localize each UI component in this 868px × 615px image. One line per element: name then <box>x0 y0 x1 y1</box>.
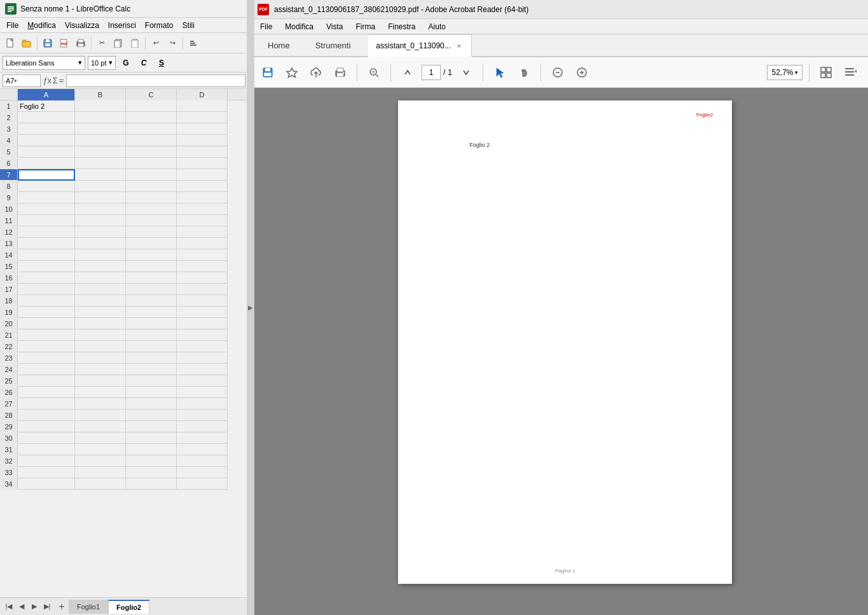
acrobat-cursor-tool[interactable] <box>490 62 510 83</box>
cell-c5[interactable] <box>126 146 177 158</box>
toolbar-cut-btn[interactable]: ✂ <box>94 36 109 51</box>
col-header-c[interactable]: C <box>126 89 177 100</box>
acrobat-hand-tool[interactable] <box>514 62 534 83</box>
table-row: 25 <box>0 375 248 387</box>
cell-c2[interactable] <box>126 112 177 123</box>
cell-d3[interactable] <box>177 123 228 135</box>
bold-button[interactable]: G <box>118 56 134 70</box>
col-header-d[interactable]: D <box>177 89 228 100</box>
col-header-b[interactable]: B <box>75 89 126 100</box>
pdf-footer-text: Pagina 1 <box>555 568 575 574</box>
cell-b6[interactable] <box>75 158 126 169</box>
cell-d7[interactable] <box>177 169 228 181</box>
cell-c1[interactable] <box>126 100 177 112</box>
tab-home[interactable]: Home <box>255 34 303 57</box>
cell-b3[interactable] <box>75 123 126 135</box>
tab-nav-first[interactable]: |◀ <box>3 600 15 613</box>
menu-visualizza[interactable]: Visualizza <box>61 20 103 31</box>
menu-modifica[interactable]: Modifica <box>24 20 60 31</box>
cell-b5[interactable] <box>75 146 126 158</box>
menu-stili[interactable]: Stili <box>179 20 198 31</box>
cell-b4[interactable] <box>75 135 126 146</box>
toolbar-sort-asc-btn[interactable] <box>186 36 201 51</box>
cell-a7[interactable] <box>18 169 75 181</box>
formula-input[interactable] <box>66 74 245 87</box>
toolbar-export-btn[interactable]: PDF <box>57 36 72 51</box>
splitter[interactable]: ▶ <box>247 0 254 615</box>
menu-aiuto-acrobat[interactable]: Aiuto <box>424 21 451 32</box>
menu-vista-acrobat[interactable]: Vista <box>321 21 348 32</box>
cell-a6[interactable] <box>18 158 75 169</box>
font-size-selector[interactable]: 10 pt ▾ <box>88 56 116 70</box>
acrobat-zoom-minus-button[interactable] <box>548 62 568 83</box>
cell-a3[interactable] <box>18 123 75 135</box>
tab-nav-prev[interactable]: ◀ <box>15 600 28 613</box>
cell-a1[interactable]: Foglio 2 <box>18 100 75 112</box>
page-number-input[interactable] <box>422 65 441 80</box>
cell-a5[interactable] <box>18 146 75 158</box>
cell-b2[interactable] <box>75 112 126 123</box>
toolbar-redo-btn[interactable]: ↪ <box>165 36 180 51</box>
acrobat-zoom-out-btn[interactable] <box>364 62 384 83</box>
svg-rect-3 <box>8 10 14 11</box>
sheet-tab-foglio1[interactable]: Foglio1 <box>69 600 108 614</box>
italic-button[interactable]: C <box>136 56 151 70</box>
acrobat-next-page-button[interactable] <box>456 62 476 83</box>
acrobat-fit-page-button[interactable] <box>816 62 836 83</box>
menu-file[interactable]: File <box>3 20 22 31</box>
cell-d2[interactable] <box>177 112 228 123</box>
cell-ref-box[interactable]: A7 ▾ <box>3 74 41 87</box>
toolbar-paste-btn[interactable] <box>127 36 142 51</box>
font-name-selector[interactable]: Liberation Sans ▾ <box>3 56 85 70</box>
cell-d4[interactable] <box>177 135 228 146</box>
cell-b7[interactable] <box>75 169 126 181</box>
sheet-tab-foglio2[interactable]: Foglio2 <box>108 600 149 614</box>
cell-d1[interactable] <box>177 100 228 112</box>
acrobat-bookmark-button[interactable] <box>282 62 302 83</box>
cell-c4[interactable] <box>126 135 177 146</box>
cell-c6[interactable] <box>126 158 177 169</box>
acrobat-prev-page-button[interactable] <box>397 62 418 83</box>
cell-a4[interactable] <box>18 135 75 146</box>
formula-fn-icon[interactable]: ƒx <box>43 76 52 85</box>
cell-d5[interactable] <box>177 146 228 158</box>
col-header-a[interactable]: A <box>18 89 75 100</box>
menu-modifica-acrobat[interactable]: Modifica <box>280 21 319 32</box>
cell-d6[interactable] <box>177 158 228 169</box>
menu-inserisci[interactable]: Inserisci <box>104 20 140 31</box>
menu-formato[interactable]: Formato <box>141 20 177 31</box>
acrobat-content-area[interactable]: Foglio2 Foglio 2 Pagina 1 <box>250 88 868 615</box>
acrobat-print-button[interactable] <box>330 62 350 83</box>
menu-file-acrobat[interactable]: File <box>255 21 277 32</box>
add-sheet-button[interactable]: + <box>55 600 69 614</box>
toolbar-new-btn[interactable] <box>3 36 18 51</box>
pdf-page: Foglio2 Foglio 2 Pagina 1 <box>398 100 732 584</box>
doc-tab-assistant[interactable]: assistant_0_113090... × <box>368 34 471 57</box>
tab-nav-last[interactable]: ▶| <box>41 600 53 613</box>
toolbar-print-btn[interactable] <box>73 36 88 51</box>
tab-nav-next[interactable]: ▶ <box>28 600 41 613</box>
cell-a8[interactable] <box>18 181 75 192</box>
cell-c7[interactable] <box>126 169 177 181</box>
table-row: 7 <box>0 169 248 181</box>
toolbar-save-btn[interactable] <box>40 36 55 51</box>
cell-a9[interactable] <box>18 192 75 204</box>
toolbar-undo-btn[interactable]: ↩ <box>148 36 163 51</box>
zoom-display[interactable]: 52,7% ▾ <box>767 65 803 80</box>
cell-a2[interactable] <box>18 112 75 123</box>
toolbar-copy-btn[interactable] <box>111 36 126 51</box>
formula-sigma-icon[interactable]: Σ <box>53 76 58 85</box>
cell-b1[interactable] <box>75 100 126 112</box>
acrobat-upload-button[interactable] <box>306 62 326 83</box>
menu-finestra-acrobat[interactable]: Finestra <box>383 21 420 32</box>
toolbar-open-btn[interactable] <box>19 36 34 51</box>
close-doc-tab-button[interactable]: × <box>455 41 464 50</box>
tab-strumenti[interactable]: Strumenti <box>303 34 364 57</box>
acrobat-zoom-plus-button[interactable] <box>572 62 592 83</box>
acrobat-save-button[interactable] <box>258 62 278 83</box>
cell-c3[interactable] <box>126 123 177 135</box>
underline-button[interactable]: S <box>154 56 169 70</box>
acrobat-scrollbar-button[interactable] <box>840 62 860 83</box>
menu-firma-acrobat[interactable]: Firma <box>351 21 381 32</box>
formula-eq-icon[interactable]: = <box>59 76 64 85</box>
